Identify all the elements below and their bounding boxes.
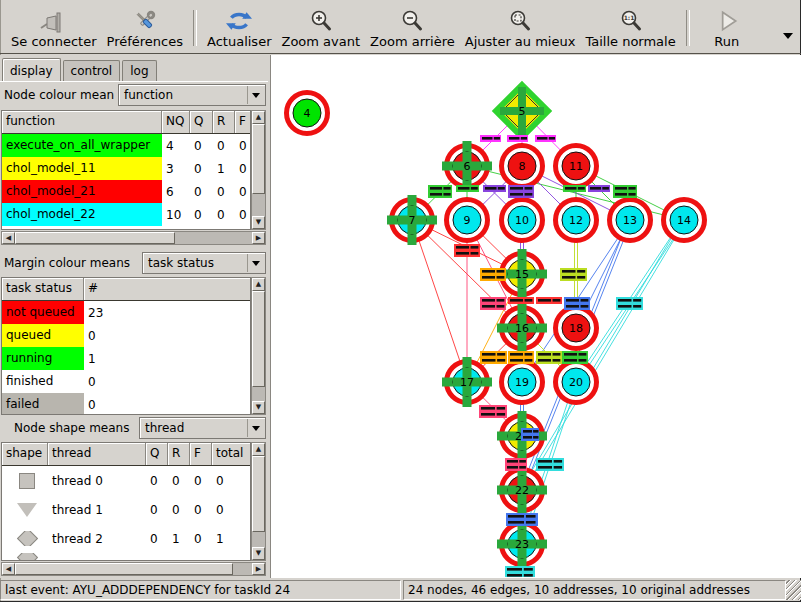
edge-address-label (479, 405, 507, 418)
node-colour-vscrollbar[interactable]: ▲ ▼ (251, 110, 266, 230)
col-function[interactable]: function (2, 111, 162, 133)
chevron-down-icon[interactable] (247, 86, 264, 104)
node-colour-combo[interactable]: function (118, 84, 266, 106)
toolbar-overflow-button[interactable] (783, 24, 793, 43)
margin-colour-vscrollbar[interactable]: ▲ ▼ (251, 277, 266, 415)
scroll-left-icon[interactable]: ◀ (2, 563, 15, 575)
graph-node-13[interactable]: 13 (610, 200, 651, 241)
col-f[interactable]: F (190, 443, 212, 465)
value-cell: 0 (146, 474, 168, 488)
node-label: 22 (515, 484, 529, 497)
node-label: 15 (515, 268, 529, 281)
col-total[interactable]: total (212, 443, 250, 465)
scroll-thumb[interactable] (252, 124, 265, 194)
col-nq[interactable]: NQ (162, 111, 190, 133)
toolbar-label: Taille normale (585, 34, 675, 49)
value-cell: 0 (212, 474, 250, 488)
count-cell: 0 (84, 398, 244, 412)
zoom-fit-button[interactable]: Ajuster au mieux (460, 7, 581, 50)
table-row[interactable]: chol_model_216000 (2, 180, 250, 203)
col-r[interactable]: R (213, 111, 235, 133)
table-row[interactable] (2, 553, 250, 561)
graph-node-12[interactable]: 12 (556, 200, 597, 241)
col-r[interactable]: R (168, 443, 190, 465)
table-row[interactable]: finished0 (2, 370, 250, 393)
col-count[interactable]: # (84, 278, 250, 300)
tab-log[interactable]: log (122, 60, 156, 81)
table-row[interactable]: chol_model_2210000 (2, 203, 250, 226)
graph-node-14[interactable]: 14 (664, 200, 705, 241)
table-row[interactable]: execute_on_all_wrapper4000 (2, 134, 250, 157)
col-f[interactable]: F (235, 111, 250, 133)
col-q[interactable]: Q (146, 443, 168, 465)
table-row[interactable]: queued0 (2, 324, 250, 347)
scroll-right-icon[interactable]: ▶ (252, 232, 265, 244)
table-row[interactable]: running1 (2, 347, 250, 370)
zoom-in-button[interactable]: Zoom avant (277, 7, 366, 50)
value-cell: 6 (162, 185, 190, 199)
table-row[interactable]: chol_model_113010 (2, 157, 250, 180)
graph-node-8[interactable]: 8 (502, 146, 543, 187)
tab-control[interactable]: control (63, 60, 121, 81)
table-row[interactable]: thread 20101 (2, 524, 250, 553)
scroll-up-icon[interactable]: ▲ (252, 443, 265, 456)
diamond-shape-icon (16, 531, 37, 546)
edge-address-label (535, 135, 556, 142)
margin-colour-title: Margin colour means (4, 251, 130, 275)
table-row[interactable]: thread 10000 (2, 495, 250, 524)
col-shape[interactable]: shape (2, 443, 48, 465)
node-label: 14 (677, 214, 691, 227)
graph-node-20[interactable]: 20 (556, 362, 597, 403)
scroll-down-icon[interactable]: ▼ (252, 216, 265, 229)
scroll-thumb[interactable] (252, 291, 265, 387)
edge-address-label (562, 351, 588, 364)
chevron-down-icon[interactable] (247, 254, 264, 272)
graph-node-19[interactable]: 19 (502, 362, 543, 403)
node-label: 10 (515, 214, 529, 227)
chevron-down-icon[interactable] (247, 419, 264, 437)
scroll-down-icon[interactable]: ▼ (252, 401, 265, 414)
toolbar-label: Actualiser (207, 34, 271, 49)
graph-node-23[interactable]: 23 (497, 519, 547, 569)
graph-node-18[interactable]: 18 (556, 308, 597, 349)
graph-node-10[interactable]: 10 (502, 200, 543, 241)
scroll-thumb[interactable] (252, 456, 265, 532)
col-q[interactable]: Q (190, 111, 213, 133)
zoom-normal-button[interactable]: 1:1 Taille normale (580, 7, 680, 50)
col-thread[interactable]: thread (48, 443, 146, 465)
count-cell: 1 (84, 352, 244, 366)
scroll-right-icon[interactable]: ▶ (252, 563, 265, 575)
run-button[interactable]: Run (709, 7, 745, 50)
refresh-icon (226, 8, 252, 34)
graph-node-9[interactable]: 9 (447, 200, 488, 241)
scroll-left-icon[interactable]: ◀ (2, 232, 15, 244)
col-task-status[interactable]: task status (2, 278, 84, 300)
resize-grip[interactable] (786, 580, 801, 600)
connect-button[interactable]: Se connecter (6, 7, 102, 50)
margin-colour-combo[interactable]: task status (142, 252, 266, 274)
preferences-button[interactable]: Préférences (102, 7, 188, 50)
scroll-down-icon[interactable]: ▼ (252, 547, 265, 560)
node-shape-hscrollbar[interactable]: ◀ ▶ (1, 562, 266, 576)
graph-node-4[interactable]: 4 (287, 93, 328, 134)
task-graph-canvas[interactable]: 456811791012131415161817192021222324 (271, 55, 801, 577)
node-colour-hscrollbar[interactable]: ◀ ▶ (1, 231, 266, 245)
node-label: 16 (515, 322, 529, 335)
graph-node-11[interactable]: 11 (556, 146, 597, 187)
refresh-button[interactable]: Actualiser (202, 7, 276, 50)
table-row[interactable]: not queued23 (2, 301, 250, 324)
table-row[interactable]: thread 00000 (2, 466, 250, 495)
toolbar-label: Zoom arrière (370, 34, 455, 49)
ayudame-task-graph-window: { "toolbar": { "items": [ {"label": "Se … (0, 0, 801, 602)
table-row[interactable]: failed0 (2, 393, 250, 415)
scroll-thumb[interactable] (15, 563, 233, 575)
node-shape-combo[interactable]: thread (139, 417, 266, 439)
zoom-out-button[interactable]: Zoom arrière (365, 7, 460, 50)
tab-display[interactable]: display (2, 58, 61, 81)
scroll-up-icon[interactable]: ▲ (252, 278, 265, 291)
node-shape-vscrollbar[interactable]: ▲ ▼ (251, 442, 266, 561)
scroll-up-icon[interactable]: ▲ (252, 111, 265, 124)
scroll-thumb[interactable] (15, 232, 175, 244)
graph-node-22[interactable]: 22 (497, 465, 547, 515)
edge-address-label (560, 268, 587, 281)
